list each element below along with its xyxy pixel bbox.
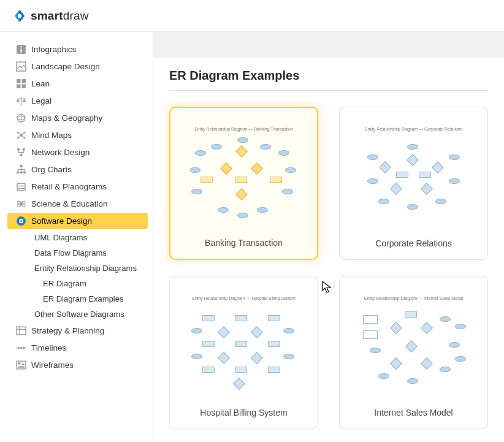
sidebar-item-science-education[interactable]: Science & Education [7, 196, 148, 212]
science-icon [16, 199, 26, 209]
sidebar-item-timelines[interactable]: Timelines [7, 340, 148, 356]
svg-rect-23 [17, 183, 25, 191]
svg-point-29 [20, 220, 22, 222]
svg-point-33 [23, 347, 25, 349]
template-label: Banking Transaction [205, 238, 283, 248]
mindmap-icon [16, 130, 26, 140]
sidebar-item-label: Lean [31, 79, 50, 88]
sidebar-subsub-er-diagram-examples[interactable]: ER Diagram Examples [37, 291, 153, 307]
category-sidebar: Infographics Landscape Design Lean Legal… [0, 32, 153, 442]
sidebar-item-label: Maps & Geography [31, 113, 102, 123]
svg-rect-8 [22, 85, 26, 88]
sidebar-item-label: Org Charts [31, 165, 72, 174]
sidebar-item-lean[interactable]: Lean [7, 75, 148, 92]
svg-rect-30 [17, 327, 26, 335]
svg-rect-2 [20, 46, 21, 47]
template-card-internet-sales-model[interactable]: Entity Relationship Diagram — Internet S… [339, 276, 488, 429]
timeline-icon [16, 343, 26, 353]
brand-name: smartdraw [31, 9, 89, 23]
sidebar-item-label: Wireframes [31, 360, 74, 370]
svg-point-0 [18, 13, 21, 17]
template-label: Corporate Relations [375, 238, 452, 248]
sidebar-item-org-charts[interactable]: Org Charts [7, 161, 148, 178]
sidebar-item-label: Landscape Design [31, 62, 100, 71]
template-grid: Entity Relationship Diagram — Banking Tr… [169, 107, 488, 429]
sidebar-item-network-design[interactable]: Network Design [7, 144, 148, 161]
template-preview: Entity Relationship Diagram — Banking Tr… [179, 116, 308, 233]
sidebar-item-label: Timelines [31, 343, 66, 352]
smartdraw-logo-icon [12, 9, 27, 23]
sidebar-item-label: Infographics [31, 45, 77, 54]
sidebar-item-strategy-planning[interactable]: Strategy & Planning [7, 322, 148, 339]
brand-logo[interactable]: smartdraw [12, 9, 89, 23]
sidebar-item-software-design[interactable]: Software Design [7, 213, 148, 229]
template-preview: Entity Relationship Diagram — Corporate … [348, 116, 479, 234]
sidebar-item-label: Retail & Planograms [31, 182, 107, 191]
globe-icon [16, 113, 26, 123]
sidebar-item-infographics[interactable]: Infographics [7, 41, 148, 58]
svg-rect-17 [23, 148, 25, 150]
svg-rect-35 [18, 362, 20, 364]
sidebar-item-legal[interactable]: Legal [7, 93, 148, 109]
svg-rect-22 [23, 172, 26, 173]
svg-rect-16 [17, 148, 20, 150]
template-card-banking-transaction[interactable]: Entity Relationship Diagram — Banking Tr… [169, 107, 318, 260]
sidebar-sub-uml-diagrams[interactable]: UML Diagrams [28, 230, 153, 245]
svg-rect-6 [22, 79, 26, 83]
sidebar-sub-data-flow-diagrams[interactable]: Data Flow Diagrams [28, 245, 153, 261]
svg-rect-21 [20, 172, 22, 173]
svg-point-31 [18, 347, 20, 349]
sidebar-subsub-er-diagram[interactable]: ER Diagram [37, 276, 153, 291]
sidebar-item-label: Software Design [31, 216, 92, 226]
software-icon [16, 216, 26, 226]
app-header: smartdraw [0, 0, 504, 32]
template-preview: Entity Relationship Diagram — Internet S… [348, 285, 479, 403]
sidebar-sub-other-software-diagrams[interactable]: Other Software Diagrams [28, 307, 153, 322]
template-label: Internet Sales Model [374, 408, 452, 417]
main-panel: ER Diagram Examples Entity Relationship … [153, 32, 504, 442]
sidebar-item-landscape-design[interactable]: Landscape Design [7, 58, 148, 75]
template-card-corporate-relations[interactable]: Entity Relationship Diagram — Corporate … [339, 107, 488, 260]
svg-rect-3 [20, 48, 21, 52]
landscape-icon [16, 61, 26, 72]
sidebar-item-maps-geography[interactable]: Maps & Geography [7, 110, 148, 126]
sidebar-item-label: Strategy & Planning [31, 326, 104, 335]
svg-rect-18 [20, 154, 22, 156]
sidebar-item-label: Legal [31, 96, 52, 105]
svg-rect-20 [17, 172, 19, 173]
retail-icon [16, 181, 26, 192]
svg-rect-7 [17, 85, 20, 88]
sidebar-item-mind-maps[interactable]: Mind Maps [7, 127, 148, 143]
template-label: Hospital Billing System [200, 408, 287, 417]
orgchart-icon [16, 164, 26, 175]
svg-point-32 [20, 347, 22, 349]
scales-icon [16, 96, 26, 106]
sidebar-item-wireframes[interactable]: Wireframes [7, 357, 148, 373]
strategy-icon [16, 326, 26, 336]
sidebar-item-label: Network Design [31, 148, 90, 157]
svg-point-24 [20, 202, 22, 205]
svg-rect-5 [17, 79, 20, 83]
network-icon [16, 147, 26, 158]
wireframe-icon [16, 360, 26, 370]
sidebar-sub-entity-relationship-diagrams[interactable]: Entity Relationship Diagrams [28, 261, 153, 276]
sidebar-item-label: Science & Education [31, 199, 108, 208]
page-title: ER Diagram Examples [169, 69, 488, 91]
info-icon [16, 44, 26, 55]
svg-rect-19 [20, 165, 22, 167]
grid-icon [16, 78, 26, 89]
main-topbar [153, 32, 504, 58]
sidebar-item-retail-planograms[interactable]: Retail & Planograms [7, 178, 148, 195]
sidebar-item-label: Mind Maps [31, 131, 72, 140]
template-preview: Entity Relationship Diagram — Hospital B… [178, 285, 309, 403]
template-card-hospital-billing-system[interactable]: Entity Relationship Diagram — Hospital B… [169, 276, 318, 429]
